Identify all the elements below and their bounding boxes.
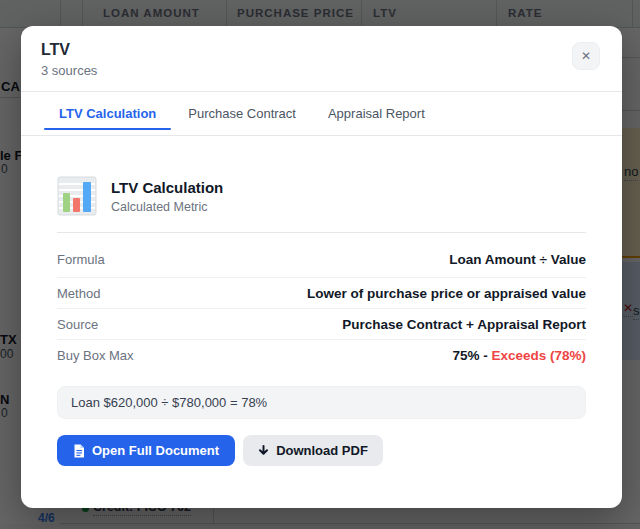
row-label: Method [57, 286, 100, 301]
modal-subtitle: 3 sources [41, 63, 602, 78]
close-icon: ✕ [581, 49, 591, 63]
row-label: Buy Box Max [57, 348, 134, 363]
open-full-document-label: Open Full Document [92, 443, 219, 458]
row-value: Loan Amount ÷ Value [449, 252, 586, 267]
metric-card: LTV Calculation Calculated Metric [57, 176, 586, 216]
formula-note-box: Loan $620,000 ÷ $780,000 = 78% [57, 386, 586, 419]
bar-chart-icon [57, 176, 97, 216]
row-value: 75% - Exceeds (78%) [452, 348, 586, 363]
tab-ltv-calculation[interactable]: LTV Calculation [44, 92, 171, 135]
modal-header: LTV 3 sources ✕ [21, 26, 622, 92]
row-label: Source [57, 317, 98, 332]
download-pdf-label: Download PDF [276, 443, 368, 458]
row-value: Lower of purchase price or appraised val… [307, 286, 586, 301]
metric-card-text: LTV Calculation Calculated Metric [111, 176, 223, 214]
metric-subtitle: Calculated Metric [111, 200, 223, 214]
tab-purchase-contract[interactable]: Purchase Contract [173, 92, 311, 135]
download-pdf-button[interactable]: Download PDF [243, 435, 383, 466]
action-buttons: Open Full Document Download PDF [57, 435, 586, 466]
row-value: Purchase Contract + Appraisal Report [342, 317, 586, 332]
document-icon [73, 444, 85, 458]
metric-title: LTV Calculation [111, 179, 223, 196]
row-formula: Formula Loan Amount ÷ Value [57, 233, 586, 278]
row-source: Source Purchase Contract + Appraisal Rep… [57, 309, 586, 340]
tab-content: LTV Calculation Calculated Metric Formul… [21, 176, 622, 466]
ltv-modal: LTV 3 sources ✕ LTV Calculation Purchase… [21, 26, 622, 508]
buy-box-limit: 75% - [452, 348, 491, 363]
row-buy-box-max: Buy Box Max 75% - Exceeds (78%) [57, 340, 586, 371]
row-method: Method Lower of purchase price or apprai… [57, 278, 586, 309]
tab-appraisal-report[interactable]: Appraisal Report [313, 92, 440, 135]
exceeds-badge: Exceeds (78%) [491, 348, 586, 363]
modal-title: LTV [41, 40, 602, 60]
download-icon [258, 445, 269, 457]
close-button[interactable]: ✕ [572, 42, 600, 70]
screen: LOAN AMOUNT PURCHASE PRICE LTV RATE CA l… [0, 0, 640, 529]
open-full-document-button[interactable]: Open Full Document [57, 435, 235, 466]
row-label: Formula [57, 252, 105, 267]
tab-bar: LTV Calculation Purchase Contract Apprai… [21, 92, 622, 136]
